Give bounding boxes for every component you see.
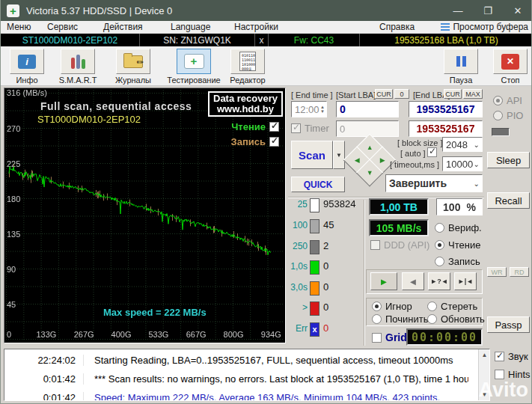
end-lba-input[interactable]: 1953525167 [409, 101, 483, 117]
status-led [492, 128, 510, 136]
erase-radio[interactable] [427, 302, 437, 311]
ignore-radio[interactable] [372, 302, 382, 311]
title-bar: + Victoria 5.37 HDD/SSD | Device 0 — ❐ ✕ [1, 0, 532, 21]
sleep-button[interactable]: Sleep [487, 152, 530, 168]
stat-block-icon [310, 219, 319, 233]
sound-option[interactable]: Звук [495, 351, 528, 362]
grid-checkbox[interactable] [372, 333, 382, 343]
read-graph-toggle[interactable]: Чтение [231, 121, 279, 132]
log-box[interactable]: 22:24:02 Starting Reading, LBA=0..195352… [4, 349, 490, 401]
ddd-api-checkbox[interactable] [370, 240, 380, 250]
end-lba-cur-button[interactable]: CUR [444, 89, 462, 99]
pause-button[interactable]: Пауза [436, 49, 486, 85]
elapsed-clock-lcd: 00:00:00 [406, 328, 483, 346]
timeout-label: [ timeout,ms ] [390, 160, 439, 169]
menu-bar: Меню Сервис Действия Language Настройки … [1, 21, 532, 34]
device-serial: SN: ZN1GWQ1K [140, 34, 255, 46]
end-button[interactable]: ►|◄ [454, 272, 477, 290]
quick-button[interactable]: QUICK [291, 177, 345, 192]
toolbar: i Инфо S.M.A.R.T ✏ Журналы + Тестировани… [1, 46, 532, 86]
smart-button[interactable]: S.M.A.R.T [53, 49, 103, 85]
start-lba-input[interactable]: 0 [336, 101, 399, 117]
ddd-api-option[interactable]: DDD (API) [370, 239, 429, 251]
write-option[interactable]: Запись [435, 256, 480, 267]
graph-title: Full scan, sequential access [40, 100, 192, 112]
spinner-arrows-icon[interactable]: ▲▼ [320, 105, 326, 114]
scan-dropdown-button[interactable]: ▼ [333, 141, 345, 169]
timer-checkbox[interactable] [291, 123, 301, 133]
scan-button[interactable]: Scan [291, 141, 333, 169]
device-bar-x-button[interactable]: x [255, 34, 269, 46]
editor-button[interactable]: 010110110011101000000① Редактор [223, 49, 272, 85]
info-icon: i [18, 55, 36, 69]
timeout-select[interactable]: 10000⌄ [442, 156, 483, 171]
stat-row: 25953824 [288, 198, 355, 212]
refresh-radio[interactable] [427, 314, 437, 324]
journals-icon: ✏ [123, 55, 143, 68]
start-lba-zero-button[interactable]: 0 [394, 89, 409, 99]
verify-radio[interactable] [435, 223, 444, 233]
write-checkbox[interactable] [269, 137, 279, 147]
menu-item-help[interactable]: Справка [379, 22, 415, 32]
auto-checkbox[interactable] [427, 147, 437, 157]
verify-option[interactable]: Вериф. [435, 222, 482, 233]
write-radio[interactable] [435, 257, 444, 266]
sound-checkbox[interactable] [495, 352, 504, 361]
minimize-button[interactable]: — [443, 0, 473, 21]
pio-radio[interactable] [493, 111, 503, 120]
api-radio[interactable] [493, 96, 503, 105]
device-bar: ST1000DM010-2EP102 SN: ZN1GWQ1K x Fw: CC… [1, 34, 532, 46]
read-radio[interactable] [435, 240, 444, 250]
scroll-up-icon[interactable]: ▲ [479, 349, 490, 361]
read-checkbox[interactable] [269, 122, 279, 132]
recall-button[interactable]: Recall [487, 192, 530, 209]
seek-button[interactable]: ►?◄ [428, 272, 450, 290]
maximize-button[interactable]: ❐ [473, 0, 503, 21]
chevron-down-icon: ⌄ [474, 160, 482, 168]
app-icon: + [7, 4, 19, 17]
menu-item-menu[interactable]: Меню [7, 22, 31, 32]
menu-item-settings[interactable]: Настройки [234, 22, 278, 32]
chevron-down-icon: ▼ [336, 152, 342, 159]
play-button[interactable]: ► [370, 272, 397, 290]
close-button[interactable]: ✕ [503, 0, 532, 21]
finish-action-select[interactable]: Завершить ⌄ [385, 174, 483, 192]
repair-radio[interactable] [372, 314, 382, 324]
pio-option[interactable]: PIO [493, 110, 523, 121]
testing-button[interactable]: + Тестирование [166, 49, 221, 85]
api-option[interactable]: API [493, 95, 522, 106]
end-lba-alt-input[interactable]: 1953525167 [409, 120, 483, 137]
log-row: 0:01:42 *** Scan results: no warnings, n… [4, 370, 468, 388]
menu-item-actions[interactable]: Действия [103, 22, 143, 32]
menu-item-language[interactable]: Language [171, 22, 210, 32]
refresh-option[interactable]: Обновить [427, 313, 485, 325]
buffer-view-button[interactable]: Просмотр буфера [441, 22, 528, 32]
scan-graph: Full scan, sequential access ST1000DM010… [4, 88, 286, 343]
passp-button[interactable]: Passp [487, 316, 530, 333]
start-lba-label: [Start LBA] [336, 91, 376, 100]
menu-item-service[interactable]: Сервис [47, 22, 78, 32]
repair-option[interactable]: Починить [372, 313, 429, 325]
end-lba-max-button[interactable]: MAX [463, 89, 483, 99]
grid-option[interactable]: Grid [372, 331, 407, 343]
start-lba-cur-button[interactable]: CUR [375, 89, 393, 99]
end-time-spinner[interactable]: 12:00 ▲▼ [291, 101, 327, 117]
chevron-down-icon: ⌄ [474, 141, 482, 149]
testing-icon: + [184, 54, 204, 69]
write-graph-toggle[interactable]: Запись [231, 136, 279, 147]
timer-checkbox-row[interactable]: Timer [291, 123, 329, 134]
read-option[interactable]: Чтение [435, 239, 480, 251]
stat-block-icon: x [310, 322, 319, 337]
rd-button[interactable]: RD [510, 267, 529, 277]
back-button[interactable]: ◄ [402, 272, 424, 290]
seek-icon: ►?◄ [430, 278, 447, 285]
erase-option[interactable]: Стереть [427, 301, 477, 312]
stat-row: 2502 [288, 240, 328, 254]
info-button[interactable]: i Инфо [2, 49, 52, 85]
ignore-option[interactable]: Игнор [372, 301, 412, 312]
device-firmware: Fw: CC43 [269, 34, 360, 46]
journals-button[interactable]: ✏ Журналы [108, 49, 158, 85]
stop-button[interactable]: ✕ Стоп [486, 49, 532, 85]
block-size-select[interactable]: 2048⌄ [442, 137, 483, 152]
wr-button[interactable]: WR [487, 267, 507, 277]
